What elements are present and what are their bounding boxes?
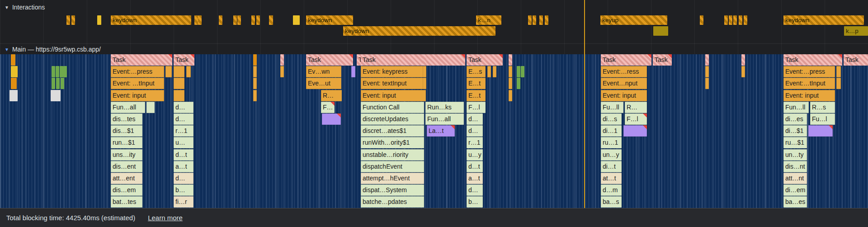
task-bar[interactable]: Task: [306, 54, 353, 66]
task-bar[interactable]: Task: [783, 54, 842, 66]
gc-tick[interactable]: [56, 66, 59, 77]
layout-bar[interactable]: [623, 125, 647, 137]
event-bar[interactable]: E…s: [467, 66, 486, 77]
task-bar[interactable]: Task: [361, 54, 465, 66]
interaction-bar[interactable]: [545, 15, 548, 25]
activity-tick[interactable]: [253, 54, 257, 66]
event-bar[interactable]: [705, 66, 709, 77]
js-frame-bar[interactable]: att…ent: [111, 173, 142, 184]
task-bar[interactable]: Task: [174, 54, 194, 66]
interaction-bar[interactable]: keyup: [600, 15, 667, 25]
js-frame-bar[interactable]: di…es: [783, 114, 807, 125]
interaction-bar[interactable]: [729, 15, 732, 25]
activity-tick[interactable]: [293, 15, 300, 25]
js-frame-bar[interactable]: Run…ks: [425, 102, 464, 113]
layout-bar[interactable]: [322, 114, 341, 125]
js-frame-bar[interactable]: di…1: [601, 125, 622, 137]
js-frame-bar[interactable]: unstable…riority: [361, 149, 424, 161]
interaction-bar[interactable]: [66, 15, 70, 25]
js-frame-bar[interactable]: batche…pdates: [361, 196, 424, 208]
js-frame-bar[interactable]: un…ty: [783, 149, 807, 161]
interaction-bar[interactable]: [724, 15, 728, 25]
js-frame-bar[interactable]: d…: [467, 114, 483, 125]
interaction-bar[interactable]: keydown: [343, 26, 495, 36]
js-frame-bar[interactable]: discret…ates$1: [361, 125, 424, 137]
js-frame-bar[interactable]: di…t: [601, 161, 622, 172]
js-frame-bar[interactable]: u…: [174, 137, 193, 148]
interaction-bar[interactable]: keydown: [111, 15, 191, 25]
task-bar[interactable]: [509, 54, 512, 66]
event-bar[interactable]: [253, 78, 257, 89]
js-frame-bar[interactable]: R…s: [810, 102, 835, 113]
event-bar[interactable]: [493, 66, 496, 77]
interaction-bar[interactable]: [733, 15, 737, 25]
js-frame-bar[interactable]: Fu…ll: [601, 102, 623, 113]
js-frame-bar[interactable]: fi…r: [174, 196, 193, 208]
layout-bar[interactable]: La…t: [427, 125, 455, 137]
interaction-bar[interactable]: [269, 15, 273, 25]
js-frame-bar[interactable]: [146, 102, 155, 113]
gc-tick[interactable]: [52, 78, 55, 89]
event-bar[interactable]: E…t: [467, 90, 486, 101]
interaction-bar[interactable]: [533, 15, 536, 25]
playhead-line[interactable]: [584, 0, 585, 208]
js-frame-bar[interactable]: Function Call: [361, 102, 424, 113]
js-frame-bar[interactable]: attempt…hEvent: [361, 173, 424, 184]
js-frame-bar[interactable]: a…t: [174, 161, 193, 172]
interaction-bar[interactable]: [237, 15, 241, 25]
activity-tick[interactable]: [97, 15, 101, 25]
js-frame-bar[interactable]: di…$1: [783, 125, 807, 137]
gc-tick[interactable]: [61, 78, 64, 89]
event-bar[interactable]: [836, 66, 841, 77]
js-frame-bar[interactable]: b…: [174, 184, 193, 196]
js-frame-bar[interactable]: un…y: [601, 149, 622, 161]
interaction-bar[interactable]: [219, 15, 222, 25]
gc-tick[interactable]: [63, 66, 67, 77]
js-frame-bar[interactable]: att…nt: [783, 173, 807, 184]
event-bar[interactable]: Event:…press: [111, 66, 164, 77]
js-frame-bar[interactable]: Fun…all: [425, 114, 464, 125]
interaction-bar[interactable]: [198, 15, 202, 25]
js-frame-bar[interactable]: run…$1: [111, 137, 142, 148]
js-frame-bar[interactable]: Fu…l: [810, 114, 835, 125]
interaction-bar[interactable]: k…p: [844, 26, 868, 36]
js-frame-bar[interactable]: b…: [467, 196, 483, 208]
js-frame-bar[interactable]: R…: [625, 102, 647, 113]
interaction-bar[interactable]: [194, 15, 198, 25]
js-frame-bar[interactable]: r…1: [174, 125, 193, 137]
js-frame-bar[interactable]: Fun…ll: [783, 102, 809, 113]
task-bar[interactable]: Task: [601, 54, 651, 66]
event-bar[interactable]: [174, 66, 184, 77]
task-bar[interactable]: [741, 54, 745, 66]
event-bar[interactable]: Eve…ut: [306, 78, 341, 89]
event-bar[interactable]: R…: [321, 90, 342, 101]
event-bar[interactable]: Event: input: [361, 90, 426, 101]
interaction-bar[interactable]: [71, 15, 75, 25]
task-bar[interactable]: [423, 54, 426, 66]
gc-tick[interactable]: [517, 66, 520, 77]
event-bar[interactable]: E…t: [467, 78, 486, 89]
task-bar[interactable]: [280, 54, 284, 66]
activity-tick[interactable]: [11, 66, 18, 77]
js-frame-bar[interactable]: F…l: [625, 114, 647, 125]
gc-tick[interactable]: [521, 66, 524, 77]
interaction-bar[interactable]: k…n: [476, 15, 501, 25]
layout-bar[interactable]: [808, 125, 833, 137]
interaction-bar[interactable]: [739, 15, 742, 25]
event-bar[interactable]: [741, 66, 745, 77]
js-frame-bar[interactable]: d…t: [467, 161, 483, 172]
js-frame-bar[interactable]: F…: [321, 102, 335, 113]
event-bar[interactable]: Event: keypress: [361, 66, 426, 77]
interaction-bar[interactable]: keydown: [783, 15, 864, 25]
js-frame-bar[interactable]: dis…$1: [111, 125, 142, 137]
js-frame-bar[interactable]: ba…s: [601, 196, 622, 208]
js-frame-bar[interactable]: Fun…all: [111, 102, 145, 113]
event-bar[interactable]: Event: input: [783, 90, 835, 101]
js-frame-bar[interactable]: d…: [174, 114, 193, 125]
js-frame-bar[interactable]: dis…ent: [111, 161, 142, 172]
main-flame-chart[interactable]: TaskTaskEvent:…pressEvent: …tInputEvent:…: [0, 54, 868, 208]
event-bar[interactable]: Ev…wn: [306, 66, 341, 77]
interactions-lane[interactable]: keydownkeydownk…nkeyupkeydownkeydownk…p: [0, 0, 868, 43]
event-bar[interactable]: Event:…tInput: [783, 78, 835, 89]
js-frame-bar[interactable]: at…t: [601, 173, 622, 184]
